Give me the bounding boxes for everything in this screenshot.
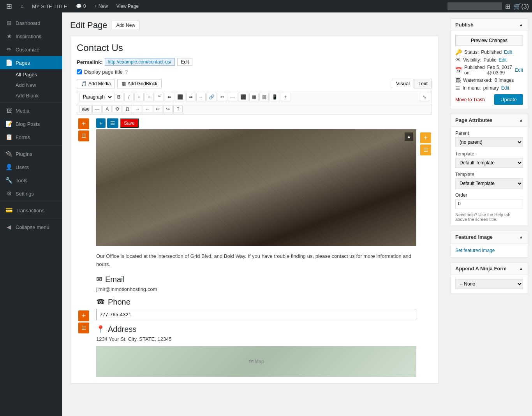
phone-add-button[interactable]: + — [78, 310, 89, 321]
add-row-button[interactable]: + — [281, 93, 290, 101]
display-page-title-checkbox[interactable] — [77, 69, 82, 74]
email-icon: ✉ — [96, 275, 102, 284]
add-media-button[interactable]: 🎵 Add Media — [77, 79, 115, 88]
block-move-button[interactable]: + — [96, 118, 106, 128]
horizontal-rule-button[interactable]: — — [92, 105, 102, 113]
outdent-button[interactable]: ← — [143, 105, 152, 113]
sidebar-sub-add-blank[interactable]: Add Blank — [0, 90, 62, 101]
add-new-button[interactable]: Add New — [112, 21, 139, 30]
sidebar-item-plugins[interactable]: 🔌 Plugins — [0, 147, 62, 160]
preview-changes-button[interactable]: Preview Changes — [455, 35, 523, 46]
sidebar-item-inspirations[interactable]: ★ Inspirations — [0, 30, 62, 43]
order-input[interactable] — [455, 199, 523, 208]
ninja-form-header[interactable]: Append A Ninja Form ▲ — [451, 263, 528, 275]
blockquote-button[interactable]: ❝ — [155, 93, 164, 101]
update-button[interactable]: Update — [494, 94, 523, 105]
column-button[interactable]: ▥ — [259, 93, 269, 101]
block-list-button[interactable]: ☰ — [107, 118, 118, 128]
block-menu-button[interactable]: ☰ — [78, 130, 89, 141]
custom-chars-button[interactable]: ⚙ — [113, 105, 122, 113]
featured-image-header[interactable]: Featured Image ▲ — [451, 231, 528, 243]
site-title[interactable]: MY SITE TITLE — [29, 2, 70, 11]
sidebar-item-transactions[interactable]: 💳 Transactions — [0, 204, 62, 217]
adminbar-cart-icon[interactable]: 🛒(3) — [513, 3, 529, 10]
help-button[interactable]: ? — [173, 105, 183, 113]
text-color-button[interactable]: A — [102, 105, 112, 113]
help-icon[interactable]: ? — [125, 69, 128, 75]
media-icon: 🖼 — [5, 108, 12, 114]
block-right-menu-button[interactable]: ☰ — [420, 145, 431, 155]
sidebar-item-blog-posts[interactable]: 📝 Blog Posts — [0, 117, 62, 130]
add-block-above-button[interactable]: + — [78, 118, 89, 129]
ordered-list-button[interactable]: ≡ — [144, 93, 154, 101]
status-edit-link[interactable]: Edit — [504, 49, 512, 55]
sidebar: ⊞ Dashboard ★ Inspirations ✏ Customize 📄… — [0, 12, 62, 416]
strikethrough-button[interactable]: abc — [79, 105, 92, 113]
align-justify-button[interactable]: ↔ — [196, 93, 206, 101]
sidebar-item-tools[interactable]: 🔧 Tools — [0, 174, 62, 187]
insert-link-button[interactable]: 🔗 — [206, 93, 217, 101]
block-left-controls: + ☰ — [78, 118, 89, 141]
bold-button[interactable]: B — [114, 93, 123, 101]
redo-button[interactable]: ↪ — [163, 105, 173, 113]
fullscreen-button[interactable]: ⤡ — [420, 93, 429, 101]
sidebar-sub-all-pages[interactable]: All Pages — [0, 69, 62, 80]
wp-logo-icon[interactable]: ⊞ — [3, 0, 15, 12]
template2-select[interactable]: Default Template — [455, 178, 523, 189]
blog-posts-icon: 📝 — [5, 120, 12, 127]
sidebar-item-forms[interactable]: 📋 Forms — [0, 130, 62, 144]
mobile-button[interactable]: 📱 — [270, 93, 280, 101]
table-button[interactable]: ▦ — [249, 93, 259, 101]
indent-button[interactable]: → — [133, 105, 142, 113]
move-to-trash-link[interactable]: Move to Trash — [455, 97, 485, 102]
text-tab[interactable]: Text — [414, 79, 432, 88]
image-collapse-button[interactable]: ▲ — [405, 132, 413, 141]
collapse-menu-btn[interactable]: ◀ Collapse menu — [0, 220, 62, 234]
align-right-button[interactable]: ➡ — [186, 93, 196, 101]
sidebar-item-dashboard[interactable]: ⊞ Dashboard — [0, 16, 62, 30]
add-block-right-button[interactable]: + — [420, 132, 431, 143]
adminbar-grid-icon[interactable]: ⊞ — [505, 3, 510, 10]
menu-row: ☰ In menu: primary Edit — [455, 85, 523, 91]
phone-input-field[interactable] — [96, 309, 416, 320]
permalink-edit-button[interactable]: Edit — [177, 58, 192, 66]
align-left-button[interactable]: ⬅ — [165, 93, 174, 101]
unordered-list-button[interactable]: ≡ — [134, 93, 144, 101]
view-page-btn[interactable]: View Page — [113, 2, 142, 11]
toolbar-toggle-button[interactable]: ⬛ — [238, 93, 248, 101]
adminbar-search-input[interactable] — [447, 2, 502, 10]
sidebar-item-settings[interactable]: ⚙ Settings — [0, 187, 62, 200]
visual-tab[interactable]: Visual — [392, 79, 414, 88]
publish-panel-header[interactable]: Publish ▲ — [451, 19, 528, 31]
add-gridblock-button[interactable]: ▦ Add GridBlock — [117, 79, 162, 88]
phone-menu-button[interactable]: ☰ — [78, 323, 89, 333]
sidebar-item-media[interactable]: 🖼 Media — [0, 104, 62, 117]
published-edit-link[interactable]: Edit — [515, 67, 523, 73]
address-icon: 📍 — [96, 325, 105, 333]
sidebar-item-users[interactable]: 👤 Users — [0, 160, 62, 174]
template-select[interactable]: Default Template — [455, 158, 523, 168]
comments-icon[interactable]: 💬 0 — [73, 2, 89, 11]
special-chars-button[interactable]: Ω — [123, 105, 132, 113]
paragraph-format-select[interactable]: Paragraph — [79, 93, 113, 101]
status-row: 🔑 Status: Published Edit — [455, 49, 523, 55]
sidebar-item-customize[interactable]: ✏ Customize — [0, 43, 62, 56]
ninja-form-select[interactable]: -- None — [455, 279, 523, 289]
page-attributes-header[interactable]: Page Attributes ▲ — [451, 114, 528, 127]
sidebar-item-pages[interactable]: 📄 Pages — [0, 56, 62, 69]
new-content-btn[interactable]: + New — [91, 2, 111, 11]
italic-button[interactable]: I — [124, 93, 134, 101]
align-center-button[interactable]: ⬛ — [175, 93, 185, 101]
insert-readmore-button[interactable]: — — [228, 93, 237, 101]
post-title-input[interactable] — [77, 42, 432, 53]
remove-link-button[interactable]: ✂ — [218, 93, 227, 101]
save-button[interactable]: Save — [120, 118, 138, 128]
parent-select[interactable]: (no parent) — [455, 137, 523, 147]
undo-button[interactable]: ↩ — [153, 105, 162, 113]
visibility-edit-link[interactable]: Edit — [499, 57, 507, 63]
menu-edit-link[interactable]: Edit — [501, 85, 509, 91]
sidebar-sub-add-new[interactable]: Add New — [0, 80, 62, 90]
admin-home-icon[interactable]: ⌂ — [18, 2, 26, 11]
set-featured-image-link[interactable]: Set featured image — [455, 248, 495, 253]
featured-image-collapse-icon: ▲ — [519, 235, 523, 239]
